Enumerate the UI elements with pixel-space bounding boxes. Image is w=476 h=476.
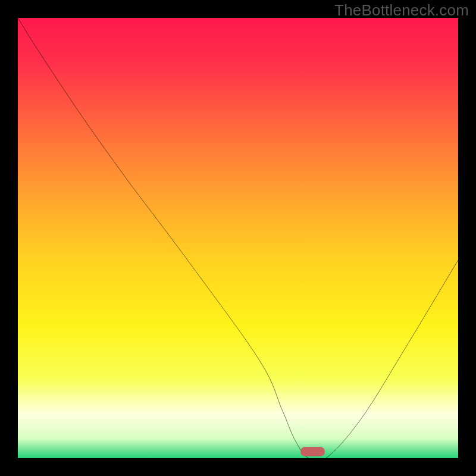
watermark-text: TheBottleneck.com xyxy=(334,1,469,20)
chart-frame: TheBottleneck.com xyxy=(0,0,476,476)
bottleneck-curve xyxy=(18,18,458,458)
plot-area xyxy=(18,18,458,458)
optimal-point-marker xyxy=(300,447,325,456)
